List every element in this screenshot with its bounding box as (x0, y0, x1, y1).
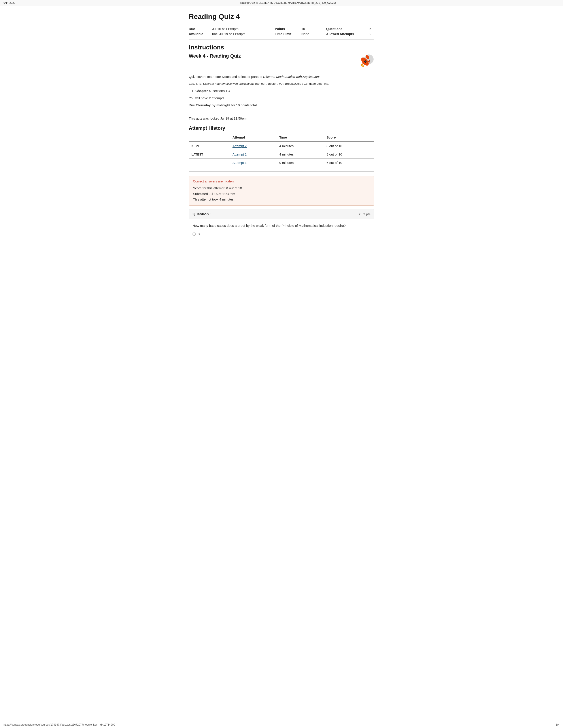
hidden-message: Correct answers are hidden. (193, 179, 370, 183)
col-attempt: Attempt (230, 133, 276, 142)
question-1-title: Question 1 (192, 212, 212, 216)
attempt-link-0[interactable]: Attempt 2 (232, 144, 246, 148)
col-label (189, 133, 230, 142)
question-1-body: How many base cases does a proof by the … (189, 219, 374, 243)
attempt-link-2[interactable]: Attempt 1 (232, 161, 246, 165)
question-1-text: How many base cases does a proof by the … (192, 223, 371, 228)
page-content: Reading Quiz 4 Due Jul 16 at 11:59pm Poi… (182, 6, 381, 256)
chapter-bold: Chapter 5 (195, 89, 211, 93)
allowed-attempts-value: 2 (370, 31, 374, 36)
chapter-item: Chapter 5, sections 1-4 (195, 88, 374, 94)
locked-para: This quiz was locked Jul 19 at 11:59pm. (189, 116, 374, 121)
score-bold: 8 (226, 186, 228, 190)
due-bold: Thursday by midnight (196, 103, 230, 107)
correct-answers-box: Correct answers are hidden. Score for th… (189, 176, 374, 206)
attempt-history-heading: Attempt History (189, 125, 374, 131)
body-para-2: Epp, S. S. Discrete mathematics with app… (189, 82, 374, 86)
col-score: Score (324, 133, 374, 142)
attempt-history-table: Attempt Time Score KEPT Attempt 2 4 minu… (189, 133, 374, 167)
due-value: Jul 16 at 11:59pm (212, 26, 275, 31)
question-1-box: Question 1 2 / 2 pts How many base cases… (189, 209, 374, 244)
option-text-1: 3 (198, 232, 199, 236)
quiz-meta-table: Due Jul 16 at 11:59pm Points 10 Question… (189, 26, 374, 36)
attempt-row-0: KEPT Attempt 2 4 minutes 8 out of 10 (189, 142, 374, 150)
book-title-italic: Discrete Mathematics with Applications (263, 75, 321, 79)
available-label: Available (189, 31, 212, 36)
available-value: until Jul 19 at 11:59pm (212, 31, 275, 36)
question-1-header: Question 1 2 / 2 pts (189, 209, 374, 219)
points-label: Points (275, 26, 302, 31)
question-1-points: 2 / 2 pts (359, 212, 371, 216)
row-attempt-2[interactable]: Attempt 1 (230, 159, 276, 167)
row-label-2 (189, 159, 230, 167)
chapter-rest: , sections 1-4 (211, 89, 230, 93)
row-time-1: 4 minutes (276, 150, 324, 159)
book-italic: Discrete mathematics with applications (203, 82, 254, 85)
instructions-heading: Instructions (189, 44, 374, 51)
submitted-text: Submitted Jul 16 at 11:39pm (193, 192, 235, 196)
questions-value: 5 (370, 26, 374, 31)
answer-option-1: 3 (192, 232, 371, 237)
meta-divider (189, 39, 374, 40)
attempt-row-2: Attempt 1 9 minutes 6 out of 10 (189, 159, 374, 167)
due-label: Due (189, 26, 212, 31)
row-score-0: 8 out of 10 (324, 142, 374, 150)
meta-row-1: Due Jul 16 at 11:59pm Points 10 Question… (189, 26, 374, 31)
rocket-icon (357, 53, 374, 71)
browser-bar: 9/14/2020 Reading Quiz 4: ELEMENTS DISCR… (0, 0, 563, 6)
row-label-0: KEPT (189, 142, 230, 150)
took-text: This attempt took 4 minutes. (193, 197, 234, 201)
col-time: Time (276, 133, 324, 142)
row-score-2: 6 out of 10 (324, 159, 374, 167)
week-heading-row: Week 4 - Reading Quiz (189, 53, 374, 72)
svg-point-6 (365, 61, 366, 62)
score-info: Score for this attempt: 8 out of 10 Subm… (193, 185, 370, 202)
browser-title: Reading Quiz 4: ELEMENTS DISCRETE MATHEM… (15, 1, 559, 4)
attempt-link-1[interactable]: Attempt 2 (232, 152, 246, 156)
attempts-para: You will have 2 attempts. (189, 96, 374, 101)
chapter-list: Chapter 5, sections 1-4 (195, 88, 374, 94)
meta-row-2: Available until Jul 19 at 11:59pm Time L… (189, 31, 374, 36)
row-score-1: 8 out of 10 (324, 150, 374, 159)
time-limit-label: Time Limit (275, 31, 302, 36)
quiz-title: Reading Quiz 4 (189, 13, 374, 21)
questions-label: Questions (326, 26, 369, 31)
row-time-2: 9 minutes (276, 159, 324, 167)
row-time-0: 4 minutes (276, 142, 324, 150)
due-para: Due Thursday by midnight for 10 points t… (189, 103, 374, 108)
browser-date: 9/14/2020 (4, 1, 15, 4)
points-value: 10 (302, 26, 326, 31)
week-heading: Week 4 - Reading Quiz (189, 53, 357, 59)
radio-circle-1 (192, 233, 195, 236)
allowed-attempts-label: Allowed Attempts (326, 31, 369, 36)
attempt-row-1: LATEST Attempt 2 4 minutes 8 out of 10 (189, 150, 374, 159)
row-attempt-0[interactable]: Attempt 2 (230, 142, 276, 150)
time-limit-value: None (302, 31, 326, 36)
attempt-table-header: Attempt Time Score (189, 133, 374, 142)
history-divider (189, 171, 374, 172)
row-attempt-1[interactable]: Attempt 2 (230, 150, 276, 159)
body-para-1: Quiz covers Instructor Notes and selecte… (189, 74, 374, 79)
row-label-1: LATEST (189, 150, 230, 159)
